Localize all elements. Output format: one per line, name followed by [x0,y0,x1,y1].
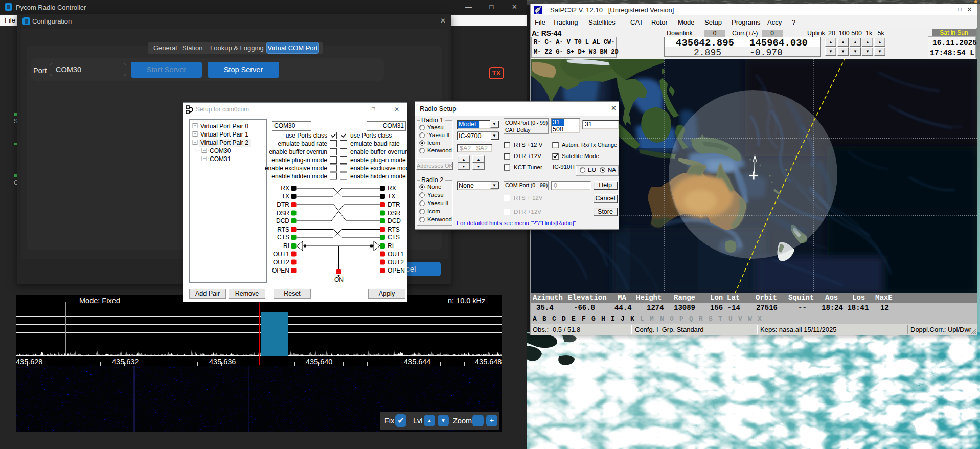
svg-text:enable hidden mode: enable hidden mode [350,173,406,180]
svg-text:emulate baud rate: emulate baud rate [278,140,327,147]
svg-text:RI: RI [388,242,394,250]
svg-text:enable plug-in mode: enable plug-in mode [350,156,406,164]
svg-text:CTS: CTS [388,234,400,241]
svg-text:enable buffer overrun: enable buffer overrun [269,148,327,155]
svg-text:OUT1: OUT1 [273,251,289,258]
svg-text:enable exclusive mode: enable exclusive mode [265,165,327,172]
svg-text:DSR: DSR [388,210,401,217]
svg-text:ON: ON [334,276,344,283]
svg-text:RI: RI [283,242,289,250]
svg-text:RTS: RTS [277,226,289,233]
svg-text:emulate baud rate: emulate baud rate [350,140,400,147]
svg-text:enable hidden mode: enable hidden mode [271,173,327,180]
svg-text:OUT1: OUT1 [388,251,404,258]
svg-text:RX: RX [281,185,289,192]
svg-text:use Ports class: use Ports class [350,132,392,139]
svg-text:DSR: DSR [277,210,290,217]
svg-text:OUT2: OUT2 [273,259,289,266]
svg-text:TX: TX [388,193,395,200]
svg-text:RTS: RTS [388,226,400,233]
svg-text:DCD: DCD [276,217,289,224]
svg-text:enable buffer overrun: enable buffer overrun [350,148,408,155]
svg-text:DCD: DCD [388,217,401,224]
svg-text:DTR: DTR [388,201,400,208]
svg-text:TX: TX [282,193,289,200]
svg-text:OPEN: OPEN [272,267,289,274]
svg-text:enable plug-in mode: enable plug-in mode [271,156,327,164]
svg-text:DTR: DTR [277,201,289,208]
svg-text:OPEN: OPEN [388,267,405,274]
svg-text:OUT2: OUT2 [388,259,404,266]
svg-text:CTS: CTS [277,234,289,241]
svg-text:enable exclusive mode: enable exclusive mode [350,165,408,172]
svg-text:use Ports class: use Ports class [286,132,327,139]
svg-text:RX: RX [388,185,396,192]
